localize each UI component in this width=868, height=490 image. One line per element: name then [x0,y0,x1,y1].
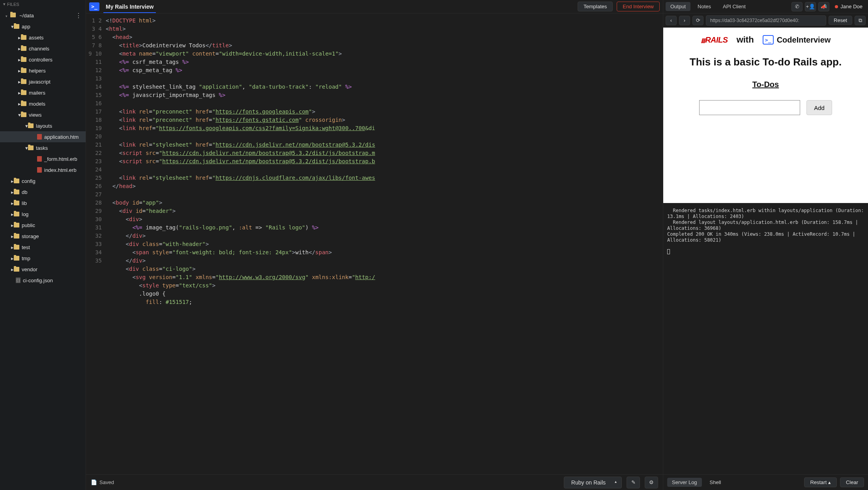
code-content[interactable]: <!DOCTYPE html> <html> <head> <title>Cod… [106,13,663,474]
restart-button[interactable]: Restart ▴ [804,477,837,487]
tree-item-views[interactable]: ▾views [0,109,86,120]
tree-item-label: layouts [36,123,52,129]
right-topbar: Output Notes API Client ✆ +👤 📣 Jane Doe [663,0,868,13]
user-indicator[interactable]: Jane Doe [832,4,866,9]
file-sidebar: ▾ FILES ▾ ~/data ⋮ ▾app▸assets▸channels▸… [0,0,86,490]
invite-button[interactable]: +👤 [805,2,816,11]
end-interview-button[interactable]: End Interview [617,2,660,11]
console-output: Rendered tasks/index.html.erb within lay… [667,208,867,243]
console-cursor [667,249,670,254]
browser-back-button[interactable]: ‹ [666,16,677,25]
browser-url-text: https://da03-3c642372ce5a02df270d0e40: [710,18,799,23]
chevron-icon: ▸ [18,68,21,74]
folder-icon [21,101,26,106]
preview-heading: This is a basic To-do Rails app. [675,56,856,68]
tree-item-mailers[interactable]: ▸mailers [0,87,86,98]
tree-item-tasks[interactable]: ▾tasks [0,142,86,153]
tab-server-log[interactable]: Server Log [667,478,702,487]
rails-logo: 🛤RAILS [701,35,728,45]
right-bottombar: Server Log Shell Restart ▴ Clear [663,474,868,490]
tree-item-assets[interactable]: ▸assets [0,32,86,43]
save-icon: 📄 [91,479,97,485]
call-button[interactable]: ✆ [791,2,803,11]
restart-label: Restart [810,479,827,485]
user-status-dot [835,5,838,8]
browser-reset-button[interactable]: Reset [829,16,852,25]
tab-notes[interactable]: Notes [693,2,716,11]
tree-item-lib[interactable]: ▸lib [0,197,86,209]
tree-item--form-html-erb[interactable]: _form.html.erb [0,153,86,164]
tab-shell[interactable]: Shell [705,478,726,487]
tree-item-db[interactable]: ▸db [0,186,86,197]
chevron-icon: ▸ [11,189,14,195]
chevron-icon: ▸ [18,101,21,107]
tree-item-config[interactable]: ▸config [0,175,86,186]
tree-item-public[interactable]: ▸public [0,220,86,231]
files-header[interactable]: ▾ FILES [0,0,86,8]
tree-item-storage[interactable]: ▸storage [0,231,86,242]
browser-url-field[interactable]: https://da03-3c642372ce5a02df270d0e40: [706,15,826,26]
tree-item-index-html-erb[interactable]: index.html.erb [0,164,86,175]
folder-icon [21,46,26,51]
tree-item-label: app [22,24,30,30]
tree-item-app[interactable]: ▾app [0,21,86,32]
edit-button[interactable]: ✎ [627,477,640,488]
folder-icon [28,123,34,128]
code-editor[interactable]: 1 2 3 4 5 6 7 8 9 10 11 12 13 14 15 16 1… [86,13,663,474]
folder-icon [14,234,19,238]
chevron-icon: ▾ [11,24,14,30]
browser-refresh-button[interactable]: ⟳ [692,16,703,25]
server-console[interactable]: Rendered tasks/index.html.erb within lay… [663,203,868,474]
more-icon[interactable]: ⋮ [75,12,84,19]
language-label: Ruby on Rails [571,479,606,486]
pencil-icon: ✎ [631,479,636,485]
tree-item-label: javascript [29,79,51,85]
gear-icon: ⚙ [649,479,654,485]
tree-item-layouts[interactable]: ▾layouts [0,120,86,131]
tree-item-log[interactable]: ▸log [0,209,86,220]
tree-item-channels[interactable]: ▸channels [0,43,86,54]
add-user-icon: +👤 [806,4,816,9]
templates-button[interactable]: Templates [578,2,613,11]
language-select[interactable]: Ruby on Rails [564,477,622,488]
folder-icon [21,68,26,73]
tab-api-client[interactable]: API Client [718,2,750,11]
settings-button[interactable]: ⚙ [645,477,658,488]
tree-item-controllers[interactable]: ▸controllers [0,54,86,65]
file-icon [16,278,21,283]
session-title[interactable]: My Rails Interview [103,4,156,13]
preview-pane: 🛤RAILS with >_ CodeInterview This is a b… [663,28,868,203]
announce-button[interactable]: 📣 [818,2,829,11]
tree-item-helpers[interactable]: ▸helpers [0,65,86,76]
refresh-icon: ⟳ [696,17,700,23]
megaphone-icon: 📣 [821,4,827,9]
tree-item-label: test [22,244,30,250]
tree-item-label: helpers [29,68,46,74]
folder-icon [14,245,19,250]
chevron-icon: ▸ [18,79,21,85]
tree-item-vendor[interactable]: ▸vendor [0,264,86,275]
tree-item-tmp[interactable]: ▸tmp [0,253,86,264]
folder-icon [10,13,16,17]
tab-output[interactable]: Output [666,2,690,11]
folder-icon [21,112,26,117]
tree-item-application-htm[interactable]: application.htm [0,131,86,142]
browser-open-external-button[interactable]: ⧉ [855,16,866,25]
add-todo-button[interactable]: Add [806,100,832,115]
todo-input[interactable] [699,100,800,115]
phone-icon: ✆ [795,4,799,9]
tree-item-label: config [22,178,36,184]
clear-button[interactable]: Clear [840,477,864,487]
files-header-label: FILES [7,2,19,7]
tree-item-ci-config-json[interactable]: ci-config.json [0,275,86,286]
tree-item-models[interactable]: ▸models [0,98,86,109]
tree-item-label: channels [29,46,49,52]
tree-item-label: assets [29,35,44,41]
user-name: Jane Doe [840,4,862,9]
browser-forward-button[interactable]: › [679,16,690,25]
chevron-icon: ▸ [18,90,21,96]
folder-icon [14,179,19,183]
tree-root[interactable]: ▾ ~/data ⋮ [0,10,86,21]
tree-item-javascript[interactable]: ▸javascript [0,76,86,87]
tree-item-test[interactable]: ▸test [0,242,86,253]
